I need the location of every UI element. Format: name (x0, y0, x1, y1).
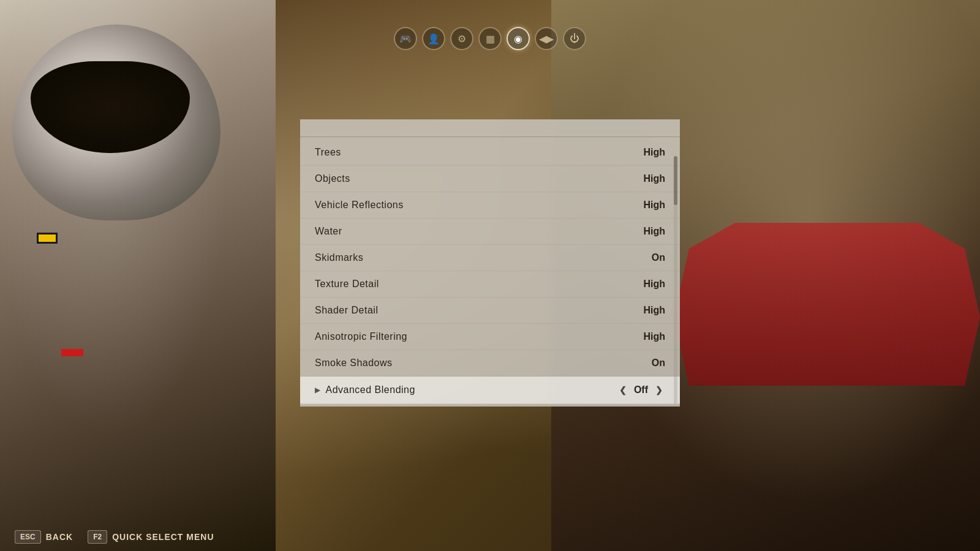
bottom-btn-label: QUICK SELECT MENU (112, 532, 214, 542)
expand-arrow-icon: ▶ (315, 386, 321, 394)
quality-settings-panel: TreesHighObjectsHighVehicle ReflectionsH… (300, 119, 680, 407)
setting-value-display: On (652, 252, 665, 263)
setting-value-display: High (643, 305, 665, 316)
setting-name-label: Water (315, 226, 342, 237)
setting-row-advanced-blending[interactable]: ▶Advanced Blending❮Off❯ (300, 377, 680, 404)
bottom-bar: EscBACKF2QUICK SELECT MENU (0, 523, 980, 551)
key-badge: F2 (88, 530, 107, 544)
bg-left-panel (0, 0, 276, 551)
header: 🎮👤⚙▦◉◀▶⏻ (0, 0, 980, 50)
setting-value-text: Off (634, 384, 648, 395)
setting-name-label: ▶Advanced Blending (315, 384, 415, 395)
setting-name-label: Texture Detail (315, 279, 379, 290)
setting-row-shader-detail[interactable]: Shader DetailHigh (300, 298, 680, 324)
setting-value-display: High (643, 279, 665, 290)
settings-icon[interactable]: ⚙ (450, 27, 473, 50)
scroll-thumb (674, 156, 677, 205)
helmet-decoration (12, 24, 221, 220)
car-decoration (674, 214, 980, 386)
setting-row-objects[interactable]: ObjectsHigh (300, 166, 680, 192)
setting-name-label: Skidmarks (315, 252, 363, 263)
bottom-btn-quick-select-menu[interactable]: F2QUICK SELECT MENU (88, 530, 214, 544)
setting-value-text: High (643, 226, 665, 237)
setting-value-text: On (652, 252, 665, 263)
gamepad-icon[interactable]: 🎮 (394, 27, 417, 50)
setting-row-trees[interactable]: TreesHigh (300, 140, 680, 166)
setting-value-display: High (643, 331, 665, 342)
setting-value-text: High (643, 279, 665, 290)
omp-badge (37, 233, 58, 244)
power-icon[interactable]: ⏻ (563, 27, 586, 50)
display-icon[interactable]: ▦ (478, 27, 502, 50)
setting-row-anisotropic-filtering[interactable]: Anisotropic FilteringHigh (300, 324, 680, 350)
nav-icons-row: 🎮👤⚙▦◉◀▶⏻ (394, 27, 586, 50)
audio-icon[interactable]: ◀▶ (535, 27, 558, 50)
setting-value-text: On (652, 358, 665, 369)
bottom-btn-label: BACK (46, 532, 73, 542)
quality-icon[interactable]: ◉ (507, 27, 530, 50)
setting-row-texture-detail[interactable]: Texture DetailHigh (300, 271, 680, 298)
setting-name-label: Smoke Shadows (315, 358, 393, 369)
setting-value-display: High (643, 200, 665, 211)
setting-value-display: ❮Off❯ (617, 384, 665, 396)
setting-row-water[interactable]: WaterHigh (300, 219, 680, 245)
setting-row-skidmarks[interactable]: SkidmarksOn (300, 245, 680, 271)
setting-name-label: Trees (315, 147, 341, 158)
setting-name-label: Objects (315, 173, 350, 184)
setting-value-text: High (643, 173, 665, 184)
value-left-arrow-icon[interactable]: ❮ (617, 384, 629, 396)
setting-value-text: High (643, 200, 665, 211)
panel-header (300, 119, 680, 137)
value-right-arrow-icon[interactable]: ❯ (653, 384, 665, 396)
bottom-btn-back[interactable]: EscBACK (15, 530, 73, 544)
setting-name-label: Shader Detail (315, 305, 378, 316)
setting-row-vehicle-reflections[interactable]: Vehicle ReflectionsHigh (300, 192, 680, 219)
scroll-track[interactable] (674, 156, 677, 404)
setting-value-display: High (643, 173, 665, 184)
user-icon[interactable]: 👤 (422, 27, 445, 50)
settings-list: TreesHighObjectsHighVehicle ReflectionsH… (300, 137, 680, 407)
setting-value-display: High (643, 226, 665, 237)
total-badge (61, 349, 83, 356)
setting-name-label: Anisotropic Filtering (315, 331, 407, 342)
setting-row-smoke-shadows[interactable]: Smoke ShadowsOn (300, 350, 680, 377)
setting-name-label: Vehicle Reflections (315, 200, 404, 211)
setting-value-text: High (643, 147, 665, 158)
setting-value-display: On (652, 358, 665, 369)
setting-value-text: High (643, 305, 665, 316)
key-badge: Esc (15, 530, 41, 544)
setting-value-text: High (643, 331, 665, 342)
setting-value-display: High (643, 147, 665, 158)
